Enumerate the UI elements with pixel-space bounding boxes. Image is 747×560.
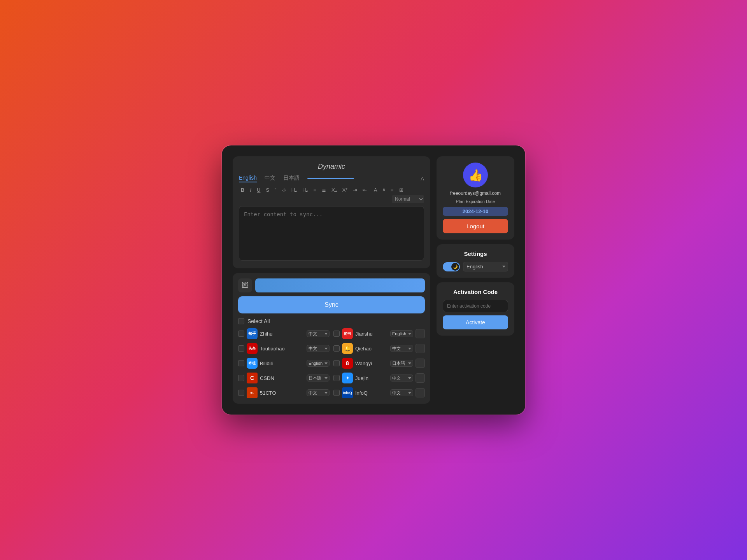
subscript-btn[interactable]: X₁ xyxy=(330,186,339,194)
bilibili-name: Bilibili xyxy=(260,360,304,366)
juejin-icon: ✦ xyxy=(342,373,353,383)
select-all-row: Select All xyxy=(238,318,425,324)
toutiao-icon: 头条 xyxy=(247,343,258,354)
51cto-name: 51CTO xyxy=(260,390,304,396)
jianshu-name: Jianshu xyxy=(355,331,388,337)
51cto-lang-select[interactable]: 中文English日本語 xyxy=(307,389,330,396)
editor-textarea[interactable] xyxy=(239,206,424,261)
platform-item-csdn: C CSDN 日本語中文English xyxy=(238,373,330,383)
jianshu-icon: 简书 xyxy=(342,328,353,339)
logout-button[interactable]: Logout xyxy=(443,219,508,233)
right-panel: 👍 freeourdays@gmail.com Plan Expiration … xyxy=(437,156,514,336)
settings-title: Settings xyxy=(443,250,508,257)
jianshu-extra[interactable] xyxy=(416,329,425,338)
activation-input[interactable] xyxy=(443,300,508,312)
wangyi-extra[interactable] xyxy=(416,359,425,368)
qiehao-lang-select[interactable]: 中文English日本語 xyxy=(390,345,413,352)
platform-item-bilibili: 哔哩 Bilibili English中文日本語 xyxy=(238,358,330,369)
activation-card: Activation Code Activate xyxy=(437,282,514,336)
qiehao-extra[interactable] xyxy=(416,344,425,353)
zhihu-checkbox[interactable] xyxy=(238,331,244,337)
moon-icon: 🌙 xyxy=(453,264,458,269)
toutiao-name: Toutiaohao xyxy=(260,346,304,352)
infoq-name: InfoQ xyxy=(355,390,388,396)
progress-blue-bar xyxy=(255,278,425,292)
platform-item-wangyi: 8 Wangyi 日本語中文English xyxy=(333,358,425,369)
settings-card: Settings 🌙 English 中文 日本語 xyxy=(437,244,514,278)
wangyi-icon: 8 xyxy=(342,358,353,369)
toutiao-lang-select[interactable]: 中文English日本語 xyxy=(307,345,330,352)
qiehao-checkbox[interactable] xyxy=(333,345,340,352)
jianshu-lang-select[interactable]: English中文日本語 xyxy=(390,330,413,337)
csdn-lang-select[interactable]: 日本語中文English xyxy=(307,374,330,382)
table-btn[interactable]: ⊞ xyxy=(397,186,405,194)
qiehao-name: Qiehao xyxy=(355,346,388,352)
format-select[interactable]: Normal Heading 1 Heading 2 xyxy=(392,195,424,203)
bilibili-icon: 哔哩 xyxy=(247,358,258,369)
sync-button[interactable]: Sync xyxy=(238,296,425,313)
qiehao-icon: 🔔 xyxy=(342,343,353,354)
outdent-btn[interactable]: ⇤ xyxy=(361,186,369,194)
toolbar: B I U S " 小 H₁ H₂ ≡ ≣ X₁ X² ⇥ ⇤ A A xyxy=(239,186,424,203)
lang-tab-japanese[interactable]: 日本語 xyxy=(283,175,300,182)
juejin-checkbox[interactable] xyxy=(333,375,340,381)
dark-mode-toggle[interactable]: 🌙 xyxy=(443,262,460,271)
list-ul-btn[interactable]: ≣ xyxy=(320,186,328,194)
bottom-section: 🖼 Sync Select All 知乎 Zhihu xyxy=(233,273,430,404)
indent-btn[interactable]: ⇥ xyxy=(351,186,359,194)
platform-item-toutiao: 头条 Toutiaohao 中文English日本語 xyxy=(238,343,330,354)
underline-btn[interactable]: U xyxy=(255,186,262,194)
font-size-a-btn[interactable]: A xyxy=(372,186,379,194)
italic-btn[interactable]: I xyxy=(248,186,253,194)
infoq-lang-select[interactable]: 中文English日本語 xyxy=(390,389,413,396)
infoq-extra[interactable] xyxy=(416,388,425,397)
small-btn[interactable]: 小 xyxy=(280,187,288,194)
bilibili-lang-select[interactable]: English中文日本語 xyxy=(307,360,330,367)
avatar: 👍 xyxy=(463,163,488,187)
user-email: freeourdays@gmail.com xyxy=(450,191,501,196)
editor-card: Dynamic English 中文 日本語 A B I U S " xyxy=(233,156,430,268)
juejin-extra[interactable] xyxy=(416,373,425,383)
font-size-label: A xyxy=(421,176,424,182)
infoq-icon: InfoQ xyxy=(342,387,353,398)
bold-btn[interactable]: B xyxy=(239,186,246,194)
strikethrough-btn[interactable]: S xyxy=(264,186,271,194)
quote-btn[interactable]: " xyxy=(273,186,279,194)
main-row: Dynamic English 中文 日本語 A B I U S " xyxy=(233,156,514,404)
lang-tab-english[interactable]: English xyxy=(239,175,257,182)
h2-btn[interactable]: H₂ xyxy=(300,186,310,194)
zhihu-lang-select[interactable]: 中文English日本語 xyxy=(307,330,330,337)
lang-tab-chinese[interactable]: 中文 xyxy=(265,175,275,182)
platforms-grid: 知乎 Zhihu 中文English日本語 简书 Jianshu English… xyxy=(238,328,425,398)
csdn-icon: C xyxy=(247,373,258,383)
progress-bar xyxy=(307,178,354,179)
settings-language-select[interactable]: English 中文 日本語 xyxy=(463,262,508,271)
left-panel: Dynamic English 中文 日本語 A B I U S " xyxy=(233,156,430,404)
51cto-icon: 51 xyxy=(247,387,258,398)
bilibili-checkbox[interactable] xyxy=(238,360,244,366)
add-image-btn[interactable]: 🖼 xyxy=(238,278,252,292)
activate-button[interactable]: Activate xyxy=(443,315,508,329)
list-ol-btn[interactable]: ≡ xyxy=(311,186,318,194)
wangyi-lang-select[interactable]: 日本語中文English xyxy=(390,360,413,367)
csdn-checkbox[interactable] xyxy=(238,375,244,381)
platform-item-zhihu: 知乎 Zhihu 中文English日本語 xyxy=(238,328,330,339)
platform-item-infoq: InfoQ InfoQ 中文English日本語 xyxy=(333,387,425,398)
juejin-lang-select[interactable]: 中文English日本語 xyxy=(390,374,413,382)
platform-item-juejin: ✦ Juejin 中文English日本語 xyxy=(333,373,425,383)
jianshu-checkbox[interactable] xyxy=(333,331,340,337)
select-all-checkbox[interactable] xyxy=(238,318,244,324)
superscript-btn[interactable]: X² xyxy=(340,186,349,194)
infoq-checkbox[interactable] xyxy=(333,390,340,396)
toutiao-checkbox[interactable] xyxy=(238,345,244,352)
h1-btn[interactable]: H₁ xyxy=(289,186,299,194)
zhihu-name: Zhihu xyxy=(260,331,304,337)
toggle-knob: 🌙 xyxy=(451,263,459,271)
profile-card: 👍 freeourdays@gmail.com Plan Expiration … xyxy=(437,156,514,240)
51cto-checkbox[interactable] xyxy=(238,390,244,396)
thumbs-up-icon: 👍 xyxy=(468,168,483,182)
juejin-name: Juejin xyxy=(355,375,388,381)
align-left-btn[interactable]: ≡ xyxy=(389,186,396,194)
font-size-small-a-btn[interactable]: A xyxy=(381,187,387,193)
wangyi-checkbox[interactable] xyxy=(333,360,340,366)
